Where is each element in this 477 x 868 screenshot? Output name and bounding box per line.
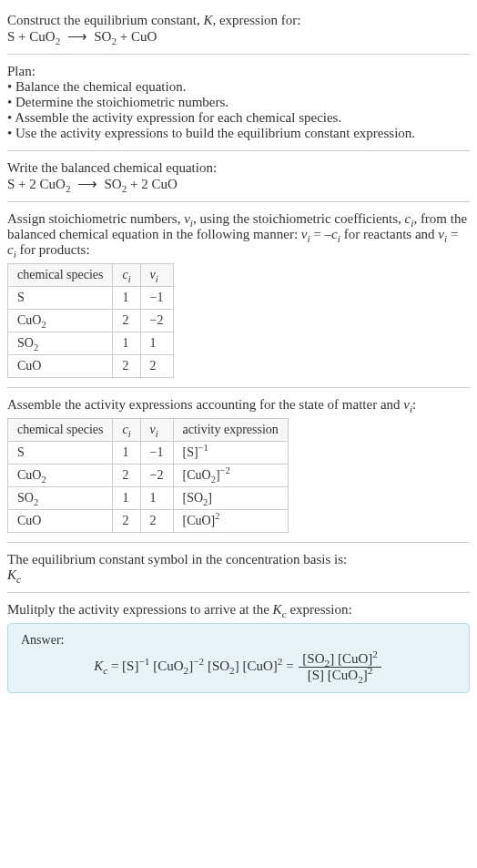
answer-box: Answer: Kc = [S]−1 [CuO2]−2 [SO2] [CuO]2… (7, 623, 470, 693)
balanced-equation: S + 2 CuO2 ⟶ SO2 + 2 CuO (7, 176, 470, 192)
plan-section: Plan: • Balance the chemical equation. •… (7, 64, 470, 141)
plan-title: Plan: (7, 64, 470, 79)
stoich-text: Assign stoichiometric numbers, νi, using… (7, 211, 470, 258)
activity-table: chemical species ci νi activity expressi… (7, 418, 289, 533)
balanced-title: Write the balanced chemical equation: (7, 160, 470, 176)
col-species: chemical species (8, 264, 113, 287)
plan-item: • Determine the stoichiometric numbers. (7, 95, 470, 110)
col-species: chemical species (8, 419, 113, 442)
multiply-section: Mulitply the activity expressions to arr… (7, 602, 470, 618)
balanced-section: Write the balanced chemical equation: S … (7, 160, 470, 192)
table-row: CuO2 2 −2 (8, 310, 174, 332)
divider (7, 201, 470, 202)
col-vi: νi (140, 264, 173, 287)
activity-section: Assemble the activity expressions accoun… (7, 397, 470, 533)
answer-fraction: [SO2] [CuO]2 [S] [CuO2]2 (299, 651, 381, 683)
stoich-table: chemical species ci νi S 1 −1 CuO2 2 −2 … (7, 263, 174, 378)
table-row: S 1 −1 (8, 287, 174, 310)
table-row: CuO 2 2 (8, 355, 174, 378)
symbol-line2: Kc (7, 567, 470, 583)
table-row: CuO2 2 −2 [CuO2]−2 (8, 465, 289, 487)
table-row: SO2 1 1 [SO2] (8, 487, 289, 510)
header: Construct the equilibrium constant, K, e… (7, 13, 470, 45)
divider (7, 150, 470, 151)
col-ci: ci (113, 419, 140, 442)
table-header-row: chemical species ci νi activity expressi… (8, 419, 289, 442)
table-row: S 1 −1 [S]−1 (8, 442, 289, 465)
plan-item: • Use the activity expressions to build … (7, 126, 470, 141)
symbol-section: The equilibrium constant symbol in the c… (7, 552, 470, 583)
plan-item: • Assemble the activity expression for e… (7, 110, 470, 126)
multiply-text: Mulitply the activity expressions to arr… (7, 602, 470, 618)
answer-label: Answer: (21, 633, 456, 648)
activity-text: Assemble the activity expressions accoun… (7, 397, 470, 413)
header-line1: Construct the equilibrium constant, K, e… (7, 13, 470, 28)
divider (7, 54, 470, 55)
answer-denominator: [S] [CuO2]2 (299, 668, 381, 683)
divider (7, 542, 470, 543)
table-header-row: chemical species ci νi (8, 264, 174, 287)
stoich-section: Assign stoichiometric numbers, νi, using… (7, 211, 470, 378)
col-vi: νi (140, 419, 173, 442)
col-ci: ci (113, 264, 140, 287)
plan-item: • Balance the chemical equation. (7, 79, 470, 95)
header-equation: S + CuO2 ⟶ SO2 + CuO (7, 28, 470, 45)
table-row: CuO 2 2 [CuO]2 (8, 510, 289, 533)
answer-lhs: Kc = [S]−1 [CuO2]−2 [SO2] [CuO]2 = (94, 659, 297, 673)
col-activity: activity expression (173, 419, 288, 442)
divider (7, 592, 470, 593)
symbol-line1: The equilibrium constant symbol in the c… (7, 552, 470, 567)
table-row: SO2 1 1 (8, 332, 174, 355)
divider (7, 387, 470, 388)
answer-equation: Kc = [S]−1 [CuO2]−2 [SO2] [CuO]2 = [SO2]… (21, 651, 456, 683)
